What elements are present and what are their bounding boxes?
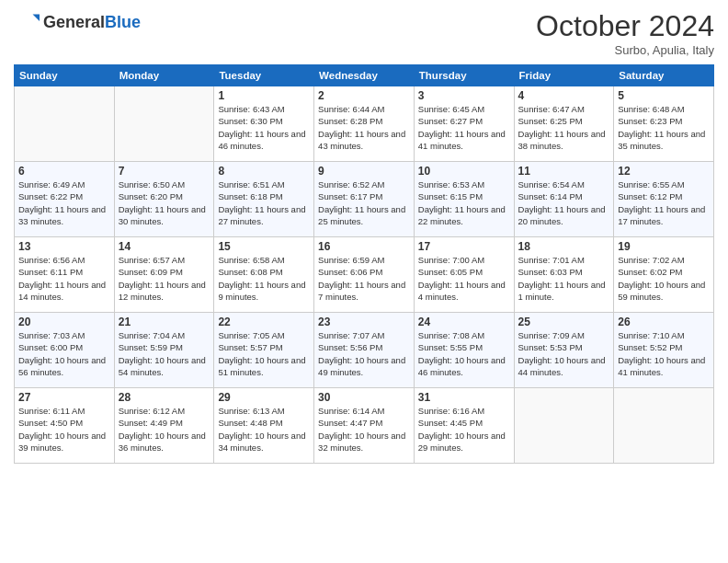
table-row: 10Sunrise: 6:53 AMSunset: 6:15 PMDayligh… — [414, 162, 514, 237]
col-tuesday: Tuesday — [214, 65, 314, 86]
table-row: 25Sunrise: 7:09 AMSunset: 5:53 PMDayligh… — [514, 313, 614, 388]
day-number: 26 — [618, 316, 710, 328]
table-row: 16Sunrise: 6:59 AMSunset: 6:06 PMDayligh… — [314, 237, 415, 313]
col-sunday: Sunday — [15, 65, 115, 86]
table-row: 11Sunrise: 6:54 AMSunset: 6:14 PMDayligh… — [514, 162, 614, 237]
day-number: 24 — [418, 316, 510, 328]
day-info: Sunrise: 7:04 AMSunset: 5:59 PMDaylight:… — [119, 329, 210, 378]
table-row: 4Sunrise: 6:47 AMSunset: 6:25 PMDaylight… — [514, 86, 614, 162]
table-row: 1Sunrise: 6:43 AMSunset: 6:30 PMDaylight… — [214, 86, 314, 162]
day-info: Sunrise: 6:47 AMSunset: 6:25 PMDaylight:… — [518, 103, 610, 152]
day-info: Sunrise: 6:54 AMSunset: 6:14 PMDaylight:… — [518, 178, 610, 227]
table-row: 31Sunrise: 6:16 AMSunset: 4:45 PMDayligh… — [414, 388, 514, 464]
table-row: 19Sunrise: 7:02 AMSunset: 6:02 PMDayligh… — [614, 237, 714, 313]
day-info: Sunrise: 6:55 AMSunset: 6:12 PMDaylight:… — [618, 178, 710, 227]
day-number: 9 — [318, 165, 410, 178]
header: GeneralBlue October 2024 Surbo, Apulia, … — [14, 9, 714, 57]
day-number: 23 — [318, 316, 410, 328]
day-info: Sunrise: 6:50 AMSunset: 6:20 PMDaylight:… — [119, 178, 210, 227]
table-row: 18Sunrise: 7:01 AMSunset: 6:03 PMDayligh… — [514, 237, 614, 313]
table-row: 24Sunrise: 7:08 AMSunset: 5:55 PMDayligh… — [414, 313, 514, 388]
calendar-page: GeneralBlue October 2024 Surbo, Apulia, … — [0, 0, 728, 563]
table-row: 15Sunrise: 6:58 AMSunset: 6:08 PMDayligh… — [214, 237, 314, 313]
table-row: 8Sunrise: 6:51 AMSunset: 6:18 PMDaylight… — [214, 162, 314, 237]
day-info: Sunrise: 6:16 AMSunset: 4:45 PMDaylight:… — [418, 405, 510, 454]
table-row: 23Sunrise: 7:07 AMSunset: 5:56 PMDayligh… — [314, 313, 415, 388]
table-row: 13Sunrise: 6:56 AMSunset: 6:11 PMDayligh… — [15, 237, 115, 313]
calendar-week-row: 20Sunrise: 7:03 AMSunset: 6:00 PMDayligh… — [15, 313, 714, 388]
table-row: 22Sunrise: 7:05 AMSunset: 5:57 PMDayligh… — [214, 313, 314, 388]
table-row: 9Sunrise: 6:52 AMSunset: 6:17 PMDaylight… — [314, 162, 415, 237]
day-info: Sunrise: 6:53 AMSunset: 6:15 PMDaylight:… — [418, 178, 510, 227]
day-number: 1 — [218, 89, 310, 102]
day-number: 22 — [218, 316, 310, 328]
day-number: 18 — [518, 240, 610, 253]
table-row — [15, 86, 115, 162]
day-info: Sunrise: 6:57 AMSunset: 6:09 PMDaylight:… — [119, 254, 210, 303]
header-row: Sunday Monday Tuesday Wednesday Thursday… — [15, 65, 714, 86]
logo-blue: Blue — [105, 13, 141, 32]
title-section: October 2024 Surbo, Apulia, Italy — [536, 9, 714, 57]
day-number: 28 — [119, 391, 210, 404]
table-row — [614, 388, 714, 464]
day-number: 31 — [418, 391, 510, 404]
table-row: 5Sunrise: 6:48 AMSunset: 6:23 PMDaylight… — [614, 86, 714, 162]
day-number: 11 — [518, 165, 610, 178]
day-number: 2 — [318, 89, 410, 102]
logo-text: GeneralBlue — [43, 13, 141, 32]
day-info: Sunrise: 6:48 AMSunset: 6:23 PMDaylight:… — [618, 103, 710, 152]
day-info: Sunrise: 7:07 AMSunset: 5:56 PMDaylight:… — [318, 329, 410, 378]
day-number: 17 — [418, 240, 510, 253]
calendar-week-row: 13Sunrise: 6:56 AMSunset: 6:11 PMDayligh… — [15, 237, 714, 313]
day-number: 30 — [318, 391, 410, 404]
day-number: 12 — [618, 165, 710, 178]
table-row: 29Sunrise: 6:13 AMSunset: 4:48 PMDayligh… — [214, 388, 314, 464]
table-row: 17Sunrise: 7:00 AMSunset: 6:05 PMDayligh… — [414, 237, 514, 313]
col-saturday: Saturday — [614, 65, 714, 86]
svg-rect-0 — [14, 9, 40, 35]
calendar-table: Sunday Monday Tuesday Wednesday Thursday… — [14, 64, 714, 464]
month-title: October 2024 — [536, 9, 714, 43]
day-info: Sunrise: 6:56 AMSunset: 6:11 PMDaylight:… — [18, 254, 110, 303]
day-info: Sunrise: 7:05 AMSunset: 5:57 PMDaylight:… — [218, 329, 310, 378]
table-row: 26Sunrise: 7:10 AMSunset: 5:52 PMDayligh… — [614, 313, 714, 388]
day-info: Sunrise: 7:03 AMSunset: 6:00 PMDaylight:… — [18, 329, 110, 378]
table-row: 3Sunrise: 6:45 AMSunset: 6:27 PMDaylight… — [414, 86, 514, 162]
day-info: Sunrise: 6:49 AMSunset: 6:22 PMDaylight:… — [18, 178, 110, 227]
day-number: 5 — [618, 89, 710, 102]
table-row: 27Sunrise: 6:11 AMSunset: 4:50 PMDayligh… — [15, 388, 115, 464]
day-number: 3 — [418, 89, 510, 102]
table-row — [514, 388, 614, 464]
col-friday: Friday — [514, 65, 614, 86]
day-number: 8 — [218, 165, 310, 178]
day-info: Sunrise: 7:00 AMSunset: 6:05 PMDaylight:… — [418, 254, 510, 303]
col-wednesday: Wednesday — [314, 65, 415, 86]
day-info: Sunrise: 6:44 AMSunset: 6:28 PMDaylight:… — [318, 103, 410, 152]
day-number: 7 — [119, 165, 210, 178]
table-row: 12Sunrise: 6:55 AMSunset: 6:12 PMDayligh… — [614, 162, 714, 237]
day-number: 20 — [18, 316, 110, 328]
day-number: 14 — [119, 240, 210, 253]
logo-icon — [14, 9, 40, 35]
day-number: 15 — [218, 240, 310, 253]
day-info: Sunrise: 6:51 AMSunset: 6:18 PMDaylight:… — [218, 178, 310, 227]
logo-general: General — [43, 13, 105, 32]
location-subtitle: Surbo, Apulia, Italy — [536, 43, 714, 57]
table-row: 30Sunrise: 6:14 AMSunset: 4:47 PMDayligh… — [314, 388, 415, 464]
table-row: 21Sunrise: 7:04 AMSunset: 5:59 PMDayligh… — [114, 313, 214, 388]
day-info: Sunrise: 6:14 AMSunset: 4:47 PMDaylight:… — [318, 405, 410, 454]
table-row: 28Sunrise: 6:12 AMSunset: 4:49 PMDayligh… — [114, 388, 214, 464]
day-number: 6 — [18, 165, 110, 178]
day-info: Sunrise: 6:52 AMSunset: 6:17 PMDaylight:… — [318, 178, 410, 227]
calendar-week-row: 1Sunrise: 6:43 AMSunset: 6:30 PMDaylight… — [15, 86, 714, 162]
day-info: Sunrise: 6:12 AMSunset: 4:49 PMDaylight:… — [119, 405, 210, 454]
col-monday: Monday — [114, 65, 214, 86]
day-info: Sunrise: 7:01 AMSunset: 6:03 PMDaylight:… — [518, 254, 610, 303]
calendar-week-row: 6Sunrise: 6:49 AMSunset: 6:22 PMDaylight… — [15, 162, 714, 237]
day-info: Sunrise: 7:08 AMSunset: 5:55 PMDaylight:… — [418, 329, 510, 378]
day-info: Sunrise: 6:43 AMSunset: 6:30 PMDaylight:… — [218, 103, 310, 152]
day-number: 10 — [418, 165, 510, 178]
day-number: 21 — [119, 316, 210, 328]
day-info: Sunrise: 6:11 AMSunset: 4:50 PMDaylight:… — [18, 405, 110, 454]
day-info: Sunrise: 7:02 AMSunset: 6:02 PMDaylight:… — [618, 254, 710, 303]
